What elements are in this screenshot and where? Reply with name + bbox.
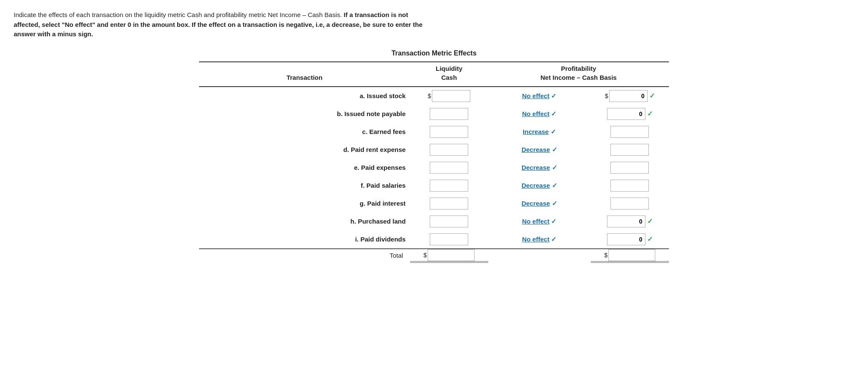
- instructions-normal: Indicate the effects of each transaction…: [14, 11, 342, 18]
- row-i-effect-cell: No effect✓: [488, 230, 591, 249]
- total-label: Total: [199, 249, 410, 262]
- row-h-effect-text[interactable]: No effect: [522, 218, 549, 225]
- row-h-label: h. Purchased land: [199, 212, 410, 230]
- row-f-effect-check: ✓: [552, 182, 557, 189]
- row-f-label: f. Paid salaries: [199, 177, 410, 195]
- row-a-net-income-cell: $✓: [591, 87, 669, 105]
- net-income-col-header: Net Income – Cash Basis: [488, 72, 669, 83]
- row-a-effect-check: ✓: [551, 92, 557, 99]
- row-g-effect-text[interactable]: Decrease: [522, 200, 550, 207]
- row-g-net-income-cell: [591, 195, 669, 212]
- row-i-net-income-cell: ✓: [591, 230, 669, 249]
- row-a-effect-text[interactable]: No effect: [522, 92, 549, 99]
- total-net-income-wrap: $: [604, 249, 655, 261]
- row-c-effect-check: ✓: [551, 128, 556, 135]
- row-c-cash-cell: [410, 123, 488, 141]
- row-e-cash-input[interactable]: [430, 162, 468, 174]
- row-d-effect-check: ✓: [552, 146, 557, 153]
- row-b-effect-check: ✓: [551, 110, 557, 117]
- row-c-label: c. Earned fees: [199, 123, 410, 141]
- row-i-effect-check: ✓: [551, 236, 557, 243]
- row-a-cash-input[interactable]: [432, 90, 470, 102]
- row-e-label: e. Paid expenses: [199, 159, 410, 177]
- row-e-effect-check: ✓: [552, 164, 557, 171]
- row-d-effect-text[interactable]: Decrease: [522, 146, 550, 153]
- row-g-net-income-input[interactable]: [610, 198, 649, 210]
- row-a-net-income-input[interactable]: [609, 90, 648, 102]
- row-b-effect-text[interactable]: No effect: [522, 110, 549, 117]
- row-a-effect-cell: No effect✓: [488, 87, 591, 105]
- profitability-header: Profitability: [488, 62, 669, 72]
- total-cash-wrap: $: [423, 249, 475, 261]
- cash-col-header: Cash: [410, 72, 488, 83]
- row-b-effect-cell: No effect✓: [488, 105, 591, 123]
- row-c-net-income-input[interactable]: [610, 126, 649, 138]
- row-c-cash-input[interactable]: [430, 126, 468, 138]
- total-cash-input[interactable]: [428, 249, 475, 261]
- row-e-cash-cell: [410, 159, 488, 177]
- transaction-col-header: Transaction: [199, 72, 410, 83]
- row-i-cash-cell: [410, 230, 488, 249]
- row-i-effect-text[interactable]: No effect: [522, 236, 549, 243]
- row-e-effect-text[interactable]: Decrease: [522, 164, 550, 171]
- row-a-cash-prefix: $: [428, 93, 431, 99]
- row-i-net-income-check: ✓: [647, 235, 653, 243]
- row-f-cash-input[interactable]: [430, 180, 468, 192]
- row-d-label: d. Paid rent expense: [199, 141, 410, 159]
- row-d-cash-cell: [410, 141, 488, 159]
- row-e-net-income-input[interactable]: [610, 162, 649, 174]
- row-a-cash-cell: $: [410, 87, 488, 105]
- liquidity-header: Liquidity: [410, 62, 488, 72]
- row-c-effect-cell: Increase✓: [488, 123, 591, 141]
- row-d-cash-input[interactable]: [430, 144, 468, 156]
- row-b-cash-input[interactable]: [430, 108, 468, 120]
- row-b-cash-cell: [410, 105, 488, 123]
- row-g-cash-cell: [410, 195, 488, 212]
- row-i-label: i. Paid dividends: [199, 230, 410, 249]
- total-cash-prefix: $: [423, 252, 427, 259]
- instructions: Indicate the effects of each transaction…: [14, 10, 424, 39]
- row-g-label: g. Paid interest: [199, 195, 410, 212]
- row-a-label: a. Issued stock: [199, 87, 410, 105]
- row-g-effect-cell: Decrease✓: [488, 195, 591, 212]
- row-h-net-income-cell: ✓: [591, 212, 669, 230]
- row-d-net-income-input[interactable]: [610, 144, 649, 156]
- row-e-effect-cell: Decrease✓: [488, 159, 591, 177]
- row-h-cash-cell: [410, 212, 488, 230]
- row-h-effect-check: ✓: [551, 218, 557, 225]
- row-b-label: b. Issued note payable: [199, 105, 410, 123]
- metric-table: Liquidity Profitability Transaction Cash…: [199, 61, 669, 263]
- table-title: Transaction Metric Effects: [14, 49, 854, 57]
- row-b-net-income-check: ✓: [647, 110, 653, 118]
- row-g-cash-input[interactable]: [430, 198, 468, 210]
- row-g-effect-check: ✓: [552, 200, 557, 207]
- row-i-cash-input[interactable]: [430, 233, 468, 245]
- row-b-net-income-cell: ✓: [591, 105, 669, 123]
- row-h-cash-input[interactable]: [430, 215, 468, 227]
- row-d-effect-cell: Decrease✓: [488, 141, 591, 159]
- total-net-income-input[interactable]: [608, 249, 655, 261]
- row-f-cash-cell: [410, 177, 488, 195]
- row-f-net-income-cell: [591, 177, 669, 195]
- row-f-effect-cell: Decrease✓: [488, 177, 591, 195]
- total-row: Total $ $: [199, 249, 669, 262]
- row-f-net-income-input[interactable]: [610, 180, 649, 192]
- row-c-effect-text[interactable]: Increase: [523, 128, 549, 135]
- row-i-net-income-input[interactable]: [607, 233, 645, 245]
- row-h-net-income-check: ✓: [647, 217, 653, 225]
- row-a-net-income-prefix: $: [605, 93, 608, 99]
- total-net-income-prefix: $: [604, 252, 607, 259]
- row-a-net-income-check: ✓: [649, 92, 655, 100]
- row-b-net-income-input[interactable]: [607, 108, 645, 120]
- row-d-net-income-cell: [591, 141, 669, 159]
- row-h-net-income-input[interactable]: [607, 215, 645, 227]
- row-c-net-income-cell: [591, 123, 669, 141]
- row-h-effect-cell: No effect✓: [488, 212, 591, 230]
- row-e-net-income-cell: [591, 159, 669, 177]
- row-f-effect-text[interactable]: Decrease: [522, 182, 550, 189]
